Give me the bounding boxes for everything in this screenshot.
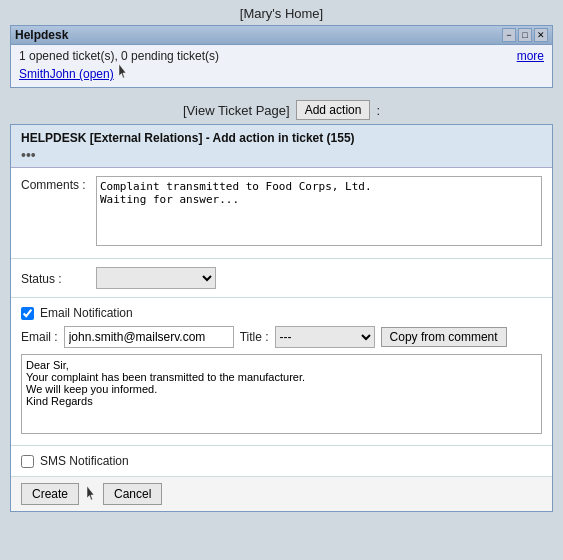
- minimize-button[interactable]: −: [502, 28, 516, 42]
- panel-dots: •••: [21, 145, 542, 163]
- copy-from-comment-button[interactable]: Copy from comment: [381, 327, 507, 347]
- helpdesk-info: 1 opened ticket(s), 0 pending ticket(s) …: [19, 49, 219, 81]
- title-select[interactable]: ---: [275, 326, 375, 348]
- helpdesk-more-link[interactable]: more: [517, 49, 544, 81]
- sms-notification-checkbox[interactable]: [21, 455, 34, 468]
- status-label: Status :: [21, 270, 96, 286]
- helpdesk-title: Helpdesk: [15, 28, 68, 42]
- email-fields-row: Email : Title : --- Copy from comment: [21, 326, 542, 348]
- comments-section: Comments :: [11, 168, 552, 259]
- panel-header: HELPDESK [External Relations] - Add acti…: [11, 125, 552, 168]
- helpdesk-body: 1 opened ticket(s), 0 pending ticket(s) …: [11, 45, 552, 87]
- comments-label: Comments :: [21, 176, 96, 192]
- email-body-textarea[interactable]: [21, 354, 542, 434]
- cancel-button[interactable]: Cancel: [103, 483, 162, 505]
- email-notification-checkbox[interactable]: [21, 307, 34, 320]
- page-title: [Mary's Home]: [0, 0, 563, 25]
- status-section: Status :: [11, 259, 552, 298]
- email-input[interactable]: [64, 326, 234, 348]
- comments-row: Comments :: [21, 176, 542, 246]
- view-ticket-label: [View Ticket Page]: [183, 103, 290, 118]
- email-field-label: Email :: [21, 330, 58, 344]
- sms-notification-label: SMS Notification: [40, 454, 129, 468]
- helpdesk-controls: − □ ✕: [502, 28, 548, 42]
- email-notification-label: Email Notification: [40, 306, 133, 320]
- colon-separator: :: [376, 103, 380, 118]
- comments-textarea[interactable]: [96, 176, 542, 246]
- title-field-label: Title :: [240, 330, 269, 344]
- helpdesk-titlebar: Helpdesk − □ ✕: [11, 26, 552, 45]
- helpdesk-ticket-link[interactable]: SmithJohn (open): [19, 67, 114, 81]
- helpdesk-status-text: 1 opened ticket(s), 0 pending ticket(s): [19, 49, 219, 63]
- cursor-icon: [117, 63, 129, 81]
- maximize-button[interactable]: □: [518, 28, 532, 42]
- helpdesk-widget: Helpdesk − □ ✕ 1 opened ticket(s), 0 pen…: [10, 25, 553, 88]
- footer-section: Create Cancel: [11, 477, 552, 511]
- create-button[interactable]: Create: [21, 483, 79, 505]
- status-select[interactable]: [96, 267, 216, 289]
- panel-title: HELPDESK [External Relations] - Add acti…: [21, 131, 542, 145]
- main-panel: HELPDESK [External Relations] - Add acti…: [10, 124, 553, 512]
- email-notification-row: Email Notification: [21, 306, 542, 320]
- view-ticket-bar: [View Ticket Page] Add action :: [0, 94, 563, 124]
- close-button[interactable]: ✕: [534, 28, 548, 42]
- email-section: Email Notification Email : Title : --- C…: [11, 298, 552, 446]
- cursor-icon-footer: [85, 485, 97, 503]
- add-action-button[interactable]: Add action: [296, 100, 371, 120]
- sms-section: SMS Notification: [11, 446, 552, 477]
